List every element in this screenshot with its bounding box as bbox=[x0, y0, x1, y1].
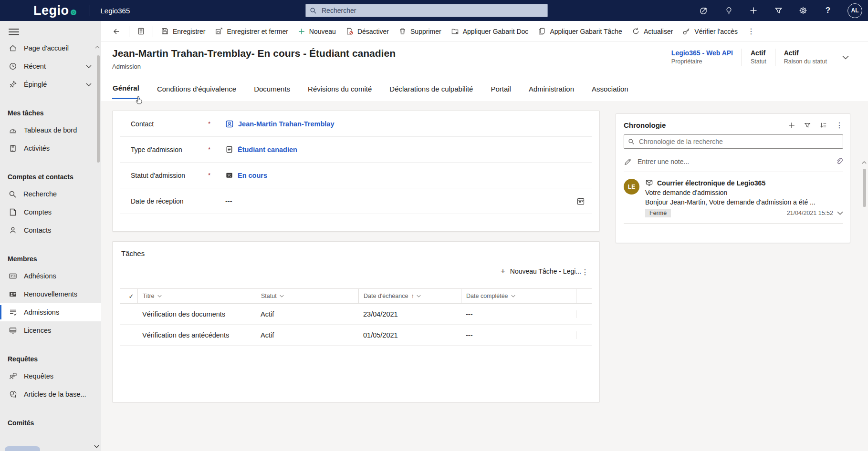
back-button[interactable] bbox=[107, 24, 125, 39]
global-search-input[interactable] bbox=[321, 6, 544, 15]
deactivate-button[interactable]: Désactiver bbox=[341, 24, 394, 38]
general-form-card: Contact * Jean-Martin Trahan-Tremblay Ty… bbox=[112, 111, 600, 232]
sidebar-item-contacts[interactable]: Contacts bbox=[0, 221, 101, 239]
compass-icon[interactable] bbox=[699, 5, 709, 16]
top-navigation-bar: Legio Legio365 ? AL bbox=[0, 0, 868, 21]
scroll-up-icon[interactable] bbox=[862, 161, 867, 164]
check-access-button[interactable]: Vérifier l'accès bbox=[678, 24, 743, 38]
field-value-empty[interactable]: --- bbox=[225, 197, 232, 205]
page-scrollbar-thumb[interactable] bbox=[863, 169, 866, 207]
sidebar-item-admissions[interactable]: Admissions bbox=[0, 303, 101, 321]
select-all-checkbox[interactable]: ✓ bbox=[120, 289, 137, 303]
task-row[interactable]: Vérification des documents Actif 23/04/2… bbox=[120, 304, 592, 325]
tab-association[interactable]: Association bbox=[591, 78, 629, 99]
tab-general[interactable]: Général bbox=[112, 77, 140, 99]
sidebar-item-recent[interactable]: Récent bbox=[0, 57, 101, 75]
enter-note-field[interactable]: Entrer une note... bbox=[624, 154, 843, 170]
tab-declarations-culpabilite[interactable]: Déclarations de culpabilité bbox=[389, 78, 473, 99]
apply-task-template-button[interactable]: Appliquer Gabarit Tâche bbox=[533, 24, 627, 38]
admissions-list-icon bbox=[9, 308, 17, 317]
sidebar-group-header: Mes tâches bbox=[8, 105, 101, 121]
sidebar-item-search[interactable]: Recherche bbox=[0, 185, 101, 203]
sidebar-scroll-up-icon[interactable] bbox=[95, 46, 100, 49]
timeline-search[interactable] bbox=[624, 134, 843, 149]
user-avatar[interactable]: AL bbox=[847, 3, 862, 18]
tab-portail[interactable]: Portail bbox=[490, 78, 512, 99]
tab-conditions-equivalence[interactable]: Conditions d'équivalence bbox=[157, 78, 237, 99]
sidebar-item-label: Articles de la base... bbox=[24, 390, 86, 398]
paperclip-icon[interactable] bbox=[836, 158, 843, 165]
owner-value[interactable]: Legio365 - Web API bbox=[671, 49, 733, 58]
page-scrollbar[interactable] bbox=[861, 157, 867, 451]
sidebar-item-knowledge-articles[interactable]: Articles de la base... bbox=[0, 385, 101, 403]
legio-logo[interactable]: Legio bbox=[33, 3, 76, 18]
sidebar-scroll-down-icon[interactable] bbox=[94, 445, 99, 448]
sidebar-item-accounts[interactable]: Comptes bbox=[0, 203, 101, 221]
entry-title[interactable]: Courrier électronique de Legio365 bbox=[657, 179, 765, 187]
sidebar-item-pinned[interactable]: Épinglé bbox=[0, 75, 101, 93]
tab-documents[interactable]: Documents bbox=[253, 78, 291, 99]
column-header-due-date[interactable]: Date d'échéance ↑ bbox=[358, 289, 461, 303]
add-record-plus-icon[interactable] bbox=[788, 122, 795, 129]
sidebar-item-dashboards[interactable]: Tableaux de bord bbox=[0, 121, 101, 139]
command-divider bbox=[153, 26, 153, 37]
task-title-cell[interactable]: Vérification des antécédents bbox=[137, 331, 256, 339]
delete-button[interactable]: Supprimer bbox=[394, 24, 446, 38]
form-selector-button[interactable] bbox=[132, 24, 150, 38]
save-button[interactable]: Enregistrer bbox=[156, 24, 210, 38]
chevron-down-icon[interactable] bbox=[837, 211, 843, 215]
new-task-label: Nouveau Tâche - Legi... bbox=[510, 267, 581, 275]
status-icon bbox=[225, 171, 233, 179]
pin-icon bbox=[9, 80, 17, 89]
field-row-contact[interactable]: Contact * Jean-Martin Trahan-Tremblay bbox=[120, 111, 592, 137]
lightbulb-icon[interactable] bbox=[723, 5, 734, 16]
chevron-down-icon[interactable] bbox=[86, 83, 92, 86]
command-divider bbox=[129, 26, 129, 37]
field-value-link[interactable]: Étudiant canadien bbox=[238, 146, 297, 154]
advanced-filter-icon[interactable] bbox=[773, 5, 784, 16]
column-header-completed-date[interactable]: Date complétée bbox=[461, 289, 576, 303]
timeline-entry-email[interactable]: LE Courrier électronique de Legio365 Vot… bbox=[624, 179, 843, 224]
refresh-button[interactable]: Actualiser bbox=[627, 24, 678, 38]
settings-gear-icon[interactable] bbox=[798, 5, 808, 16]
filter-icon[interactable] bbox=[804, 122, 811, 129]
header-expand-chevron-icon[interactable] bbox=[842, 55, 849, 60]
quick-create-plus-icon[interactable] bbox=[748, 5, 759, 16]
owner-field[interactable]: Legio365 - Web API Propriétaire bbox=[671, 49, 733, 66]
field-row-reception-date[interactable]: Date de réception --- bbox=[120, 188, 592, 214]
sort-list-icon[interactable] bbox=[819, 121, 827, 129]
sidebar-item-licences[interactable]: Licences bbox=[0, 321, 101, 339]
help-icon[interactable]: ? bbox=[823, 5, 833, 16]
tasks-overflow-button[interactable]: ⋮ bbox=[576, 266, 594, 278]
sidebar-item-requests[interactable]: Requêtes bbox=[0, 367, 101, 385]
save-and-close-button[interactable]: Enregistrer et fermer bbox=[210, 24, 293, 38]
timeline-search-input[interactable] bbox=[638, 137, 839, 146]
sidebar-item-memberships[interactable]: Adhésions bbox=[0, 267, 101, 285]
field-value-link[interactable]: En cours bbox=[238, 172, 267, 179]
app-name[interactable]: Legio365 bbox=[101, 7, 130, 15]
field-value-link[interactable]: Jean-Martin Trahan-Tremblay bbox=[238, 120, 334, 128]
chevron-down-icon[interactable] bbox=[86, 65, 92, 68]
command-overflow-button[interactable]: ⋮ bbox=[743, 25, 760, 38]
global-search[interactable] bbox=[305, 4, 548, 17]
sidebar-item-label: Contacts bbox=[24, 226, 51, 234]
sidebar-scrollbar-thumb[interactable] bbox=[97, 55, 100, 163]
hamburger-menu-icon[interactable] bbox=[9, 29, 19, 35]
task-title-cell[interactable]: Vérification des documents bbox=[137, 310, 256, 318]
apply-doc-template-button[interactable]: Appliquer Gabarit Doc bbox=[446, 24, 533, 38]
calendar-icon[interactable] bbox=[576, 197, 585, 205]
task-row[interactable]: Vérification des antécédents Actif 01/05… bbox=[120, 325, 592, 346]
tab-administration[interactable]: Administration bbox=[528, 78, 575, 99]
new-task-button[interactable]: + Nouveau Tâche - Legi... bbox=[501, 266, 581, 276]
new-button[interactable]: Nouveau bbox=[293, 25, 341, 38]
sidebar-item-home[interactable]: Page d'accueil bbox=[0, 39, 101, 57]
column-header-title[interactable]: Titre bbox=[137, 289, 256, 303]
sidebar-item-renewals[interactable]: Renouvellements bbox=[0, 285, 101, 303]
column-header-status[interactable]: Statut bbox=[256, 289, 358, 303]
timeline-overflow-button[interactable]: ⋮ bbox=[836, 121, 843, 130]
sidebar-item-activities[interactable]: Activités bbox=[0, 139, 101, 157]
field-row-admission-type[interactable]: Type d'admission * Étudiant canadien bbox=[120, 137, 592, 163]
tab-revisions-comite[interactable]: Révisions du comité bbox=[307, 78, 372, 99]
sidebar-item-label: Activités bbox=[24, 144, 50, 152]
field-row-admission-status[interactable]: Statut d'admission * En cours bbox=[120, 163, 592, 188]
